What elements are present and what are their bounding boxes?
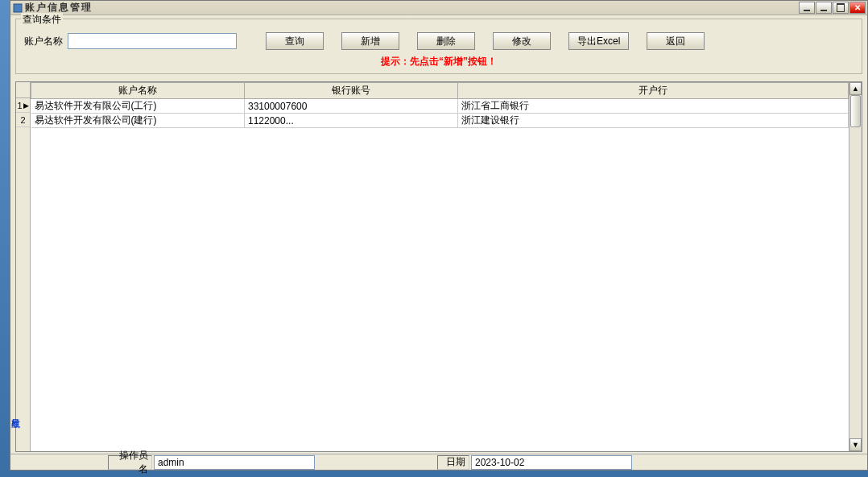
hint-text: 提示：先点击“新增”按钮！ bbox=[19, 53, 858, 70]
cell-account-name: 易达软件开发有限公司(工行) bbox=[31, 99, 245, 114]
account-name-label: 账户名称 bbox=[24, 35, 63, 48]
table-row[interactable]: 易达软件开发有限公司(工行) 33100007600 浙江省工商银行 bbox=[31, 99, 849, 114]
maximize-button[interactable] bbox=[833, 2, 849, 14]
account-name-input[interactable] bbox=[68, 33, 237, 49]
window-controls: ✕ bbox=[799, 2, 866, 14]
grid-body: 账户名称 银行账号 开户行 易达软件开发有限公司(工行) 33100007600… bbox=[31, 82, 849, 451]
side-nav-tab[interactable]: 导航栏 bbox=[10, 412, 19, 452]
cell-bank-name: 浙江省工商银行 bbox=[458, 99, 849, 114]
operator-value: admin bbox=[154, 455, 315, 470]
table-header-row: 账户名称 银行账号 开户行 bbox=[31, 83, 849, 99]
minimize-button[interactable] bbox=[799, 2, 815, 14]
svg-rect-0 bbox=[14, 4, 22, 12]
row-indicator[interactable]: 1▶ bbox=[16, 98, 30, 113]
window-title: 账户信息管理 bbox=[25, 1, 799, 15]
date-value: 2023-10-02 bbox=[471, 455, 632, 470]
group-title: 查询条件 bbox=[21, 13, 63, 27]
row-indicator[interactable]: 2 bbox=[16, 113, 30, 127]
toolbar-area: 查询条件 账户名称 查询 新增 删除 修改 导出Excel 返回 提示：先点击“… bbox=[10, 15, 867, 76]
status-bar: 操作员名 admin 日期 2023-10-02 bbox=[10, 454, 867, 470]
current-row-arrow-icon: ▶ bbox=[23, 102, 29, 110]
col-account-name[interactable]: 账户名称 bbox=[31, 83, 245, 99]
minimize-button-2[interactable] bbox=[816, 2, 832, 14]
query-group: 查询条件 账户名称 查询 新增 删除 修改 导出Excel 返回 提示：先点击“… bbox=[15, 19, 862, 74]
edit-button[interactable]: 修改 bbox=[493, 32, 551, 50]
search-button[interactable]: 查询 bbox=[266, 32, 324, 50]
scroll-down-icon[interactable]: ▼ bbox=[849, 438, 862, 451]
operator-label: 操作员名 bbox=[108, 455, 152, 470]
col-bank-name[interactable]: 开户行 bbox=[458, 83, 849, 99]
vertical-scrollbar[interactable]: ▲ ▼ bbox=[849, 82, 862, 451]
delete-button[interactable]: 删除 bbox=[417, 32, 475, 50]
app-icon bbox=[12, 2, 23, 14]
title-bar: 账户信息管理 ✕ bbox=[10, 1, 867, 15]
row-indicators: 1▶ 2 bbox=[16, 82, 31, 451]
back-button[interactable]: 返回 bbox=[647, 32, 705, 50]
cell-bank-account: 33100007600 bbox=[245, 99, 458, 114]
accounts-table: 账户名称 银行账号 开户行 易达软件开发有限公司(工行) 33100007600… bbox=[31, 82, 849, 128]
table-row[interactable]: 易达软件开发有限公司(建行) 1122000... 浙江建设银行 bbox=[31, 114, 849, 128]
data-grid: 1▶ 2 账户名称 银行账号 开户行 易达软件开发有限公司(工行) bbox=[15, 81, 862, 452]
cell-bank-name: 浙江建设银行 bbox=[458, 114, 849, 128]
scroll-thumb[interactable] bbox=[850, 95, 861, 127]
export-button[interactable]: 导出Excel bbox=[568, 32, 629, 50]
row-indicator-header bbox=[16, 82, 30, 98]
query-row: 账户名称 查询 新增 删除 修改 导出Excel 返回 bbox=[19, 23, 858, 53]
scroll-up-icon[interactable]: ▲ bbox=[849, 82, 862, 95]
col-bank-account[interactable]: 银行账号 bbox=[245, 83, 458, 99]
date-label: 日期 bbox=[437, 455, 469, 470]
cell-account-name: 易达软件开发有限公司(建行) bbox=[31, 114, 245, 128]
cell-bank-account: 1122000... bbox=[245, 114, 458, 128]
app-window: 账户信息管理 ✕ 查询条件 账户名称 查询 新增 删除 修改 导出Exc bbox=[10, 0, 868, 471]
add-button[interactable]: 新增 bbox=[341, 32, 399, 50]
close-button[interactable]: ✕ bbox=[849, 2, 866, 14]
